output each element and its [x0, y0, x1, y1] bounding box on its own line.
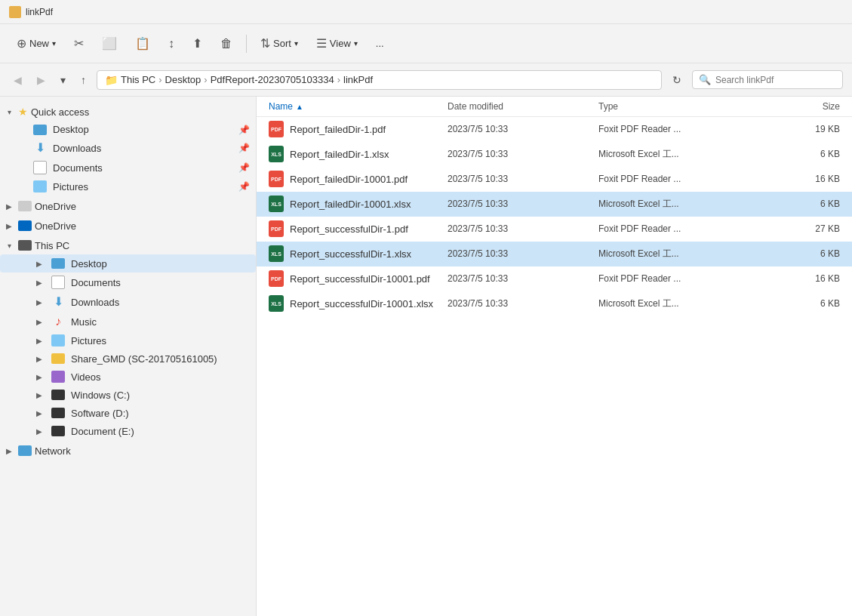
chevron-right-icon-10: ▶: [33, 389, 45, 401]
sidebar-header-network[interactable]: ▶ Network: [0, 442, 256, 460]
col-type[interactable]: Type: [598, 101, 764, 112]
file-type-cell: Foxit PDF Reader ...: [598, 174, 764, 184]
sidebar-windows-c-label: Windows (C:): [71, 390, 130, 401]
title-bar-title: linkPdf: [26, 7, 53, 17]
sidebar-software-d-label: Software (D:): [71, 408, 129, 419]
sidebar-header-onedrive-personal[interactable]: ▶ OneDrive: [0, 197, 256, 215]
address-path[interactable]: 📁 This PC › Desktop › PdfReport-20230705…: [97, 70, 662, 90]
sidebar-music-label: Music: [71, 316, 97, 328]
file-name-text: Report_failedDir-10001.xlsx: [290, 199, 411, 210]
sidebar: ▾ ★ Quick access Desktop 📌 ⬇ Downloads 📌…: [0, 97, 257, 616]
paste-button[interactable]: 📋: [128, 32, 158, 54]
sidebar-pictures-label: Pictures: [71, 335, 106, 346]
sidebar-desktop-label: Desktop: [71, 258, 107, 270]
onedrive-icon: [18, 220, 32, 231]
network-icon: [18, 445, 32, 456]
cut-button[interactable]: ✂: [66, 32, 91, 54]
rename-icon: ↕: [168, 37, 174, 51]
content-area: Name ▲ Date modified Type Size PDF Repor…: [257, 97, 852, 616]
pin-icon-2: 📌: [238, 143, 250, 153]
file-name-text: Report_failedDir-1.xlsx: [290, 149, 389, 160]
recent-button[interactable]: ▾: [56, 71, 70, 89]
sidebar-item-documents[interactable]: ▶ Documents: [0, 273, 256, 292]
sidebar-item-downloads[interactable]: ▶ ⬇ Downloads: [0, 292, 256, 312]
sort-label: Sort: [273, 38, 291, 49]
more-button[interactable]: ...: [368, 34, 392, 53]
rename-button[interactable]: ↕: [161, 33, 182, 54]
copy-button[interactable]: ⬜: [94, 32, 125, 54]
forward-button[interactable]: ▶: [32, 71, 50, 89]
file-list: PDF Report_failedDir-1.pdf 2023/7/5 10:3…: [257, 117, 852, 616]
column-headers: Name ▲ Date modified Type Size: [257, 97, 852, 117]
chevron-right-icon: ▶: [3, 200, 15, 212]
sidebar-header-quick-access[interactable]: ▾ ★ Quick access: [0, 103, 256, 121]
share-folder-icon: [51, 353, 65, 364]
col-name[interactable]: Name ▲: [269, 101, 448, 112]
download-icon: ⬇: [33, 141, 47, 155]
sidebar-header-thispc[interactable]: ▾ This PC: [0, 236, 256, 254]
back-button[interactable]: ◀: [9, 71, 26, 89]
file-type-cell: Foxit PDF Reader ...: [598, 124, 764, 134]
share-button[interactable]: ⬆: [185, 32, 210, 54]
file-row[interactable]: PDF Report_successfulDir-1.pdf 2023/7/5 …: [257, 217, 852, 242]
file-row[interactable]: PDF Report_failedDir-10001.pdf 2023/7/5 …: [257, 167, 852, 192]
sidebar-documents-qa-label: Documents: [53, 162, 103, 174]
search-input[interactable]: [715, 75, 836, 85]
sidebar-item-software-d[interactable]: ▶ Software (D:): [0, 404, 256, 422]
file-name-cell: XLS Report_failedDir-10001.xlsx: [269, 196, 448, 212]
sidebar-item-windows-c[interactable]: ▶ Windows (C:): [0, 386, 256, 404]
sidebar-item-document-e[interactable]: ▶ Document (E:): [0, 422, 256, 440]
file-row[interactable]: PDF Report_failedDir-1.pdf 2023/7/5 10:3…: [257, 117, 852, 142]
file-date-cell: 2023/7/5 10:33: [448, 149, 598, 159]
new-chevron-icon: ▾: [52, 39, 56, 48]
sidebar-header-onedrive[interactable]: ▶ OneDrive: [0, 217, 256, 235]
paste-icon: 📋: [135, 36, 150, 51]
sidebar-item-music[interactable]: ▶ ♪ Music: [0, 312, 256, 331]
sidebar-item-share-gmd[interactable]: ▶ Share_GMD (SC-201705161005): [0, 350, 256, 368]
sidebar-item-desktop-qa[interactable]: Desktop 📌: [0, 121, 256, 138]
sidebar-share-gmd-label: Share_GMD (SC-201705161005): [71, 353, 217, 365]
sidebar-item-documents-qa[interactable]: Documents 📌: [0, 158, 256, 177]
file-size-cell: 16 KB: [764, 273, 840, 284]
file-size-cell: 6 KB: [764, 248, 840, 259]
col-size[interactable]: Size: [764, 101, 840, 112]
file-type-cell: Microsoft Excel 工...: [598, 297, 764, 310]
chevron-right-icon-6: ▶: [33, 316, 45, 328]
drive-c-icon: [51, 390, 65, 400]
file-row[interactable]: PDF Report_successfulDir-10001.pdf 2023/…: [257, 266, 852, 291]
file-date-cell: 2023/7/5 10:33: [448, 199, 598, 209]
onedrive-personal-icon: [18, 201, 32, 211]
sidebar-item-downloads-qa[interactable]: ⬇ Downloads 📌: [0, 138, 256, 158]
refresh-button[interactable]: ↻: [668, 71, 686, 89]
chevron-right-icon-7: ▶: [33, 334, 45, 346]
drive-d-icon: [51, 408, 65, 418]
sidebar-item-pictures[interactable]: ▶ Pictures: [0, 331, 256, 350]
pdf-icon: PDF: [269, 121, 284, 137]
sidebar-item-desktop[interactable]: ▶ Desktop: [0, 254, 256, 273]
up-button[interactable]: ↑: [76, 71, 91, 89]
delete-button[interactable]: 🗑: [213, 33, 240, 54]
file-row[interactable]: XLS Report_successfulDir-1.xlsx 2023/7/5…: [257, 242, 852, 266]
view-button[interactable]: ☰ View ▾: [309, 32, 365, 54]
new-label: New: [29, 38, 49, 49]
search-box[interactable]: 🔍: [692, 70, 843, 89]
toolbar: ⊕ New ▾ ✂ ⬜ 📋 ↕ ⬆ 🗑 ⇅ Sort ▾ ☰ View ▾ ..…: [0, 24, 852, 63]
xlsx-icon: XLS: [269, 196, 284, 212]
path-thispc: This PC: [121, 74, 155, 85]
xlsx-icon: XLS: [269, 295, 284, 312]
chevron-right-icon-3: ▶: [33, 257, 45, 270]
file-row[interactable]: XLS Report_successfulDir-10001.xlsx 2023…: [257, 291, 852, 316]
new-button[interactable]: ⊕ New ▾: [9, 32, 63, 54]
col-date[interactable]: Date modified: [448, 101, 598, 112]
thispc-label: This PC: [35, 240, 69, 251]
file-row[interactable]: XLS Report_failedDir-10001.xlsx 2023/7/5…: [257, 192, 852, 217]
pdf-icon: PDF: [269, 220, 284, 237]
chevron-down-icon: ▾: [3, 106, 15, 118]
sidebar-document-e-label: Document (E:): [71, 426, 134, 437]
file-row[interactable]: XLS Report_failedDir-1.xlsx 2023/7/5 10:…: [257, 142, 852, 167]
sort-button[interactable]: ⇅ Sort ▾: [253, 32, 306, 54]
trash-icon: 🗑: [220, 37, 232, 51]
sidebar-item-pictures-qa[interactable]: Pictures 📌: [0, 177, 256, 196]
file-name-text: Report_failedDir-10001.pdf: [290, 174, 408, 185]
sidebar-item-videos[interactable]: ▶ Videos: [0, 368, 256, 386]
